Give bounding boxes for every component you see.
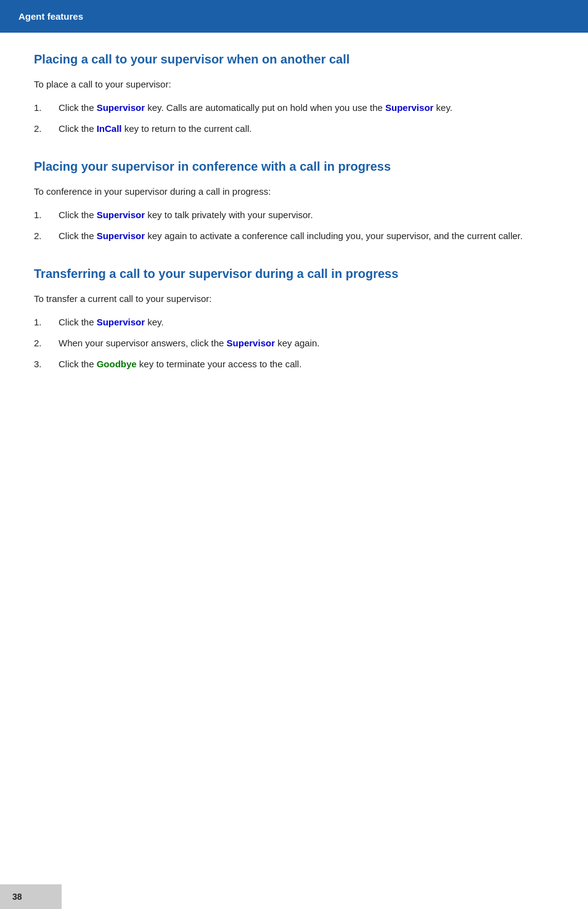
step-3-1: 1. Click the Supervisor key. bbox=[34, 315, 554, 330]
step-text: Click the Supervisor key to talk private… bbox=[59, 208, 554, 222]
step-num: 2. bbox=[34, 336, 59, 351]
step-text: Click the Supervisor key. Calls are auto… bbox=[59, 100, 554, 115]
highlight-supervisor: Supervisor bbox=[227, 338, 275, 348]
highlight-supervisor: Supervisor bbox=[97, 230, 145, 241]
step-3-3: 3. Click the Goodbye key to terminate yo… bbox=[34, 357, 554, 372]
step-text: Click the Supervisor key. bbox=[59, 315, 554, 330]
header-title: Agent features bbox=[18, 11, 83, 22]
highlight-supervisor: Supervisor bbox=[97, 317, 145, 327]
section2-steps: 1. Click the Supervisor key to talk priv… bbox=[34, 208, 554, 243]
highlight-goodbye: Goodbye bbox=[97, 359, 137, 369]
section2-intro: To conference in your supervisor during … bbox=[34, 184, 554, 199]
section1-title: Placing a call to your supervisor when o… bbox=[34, 51, 554, 67]
highlight-supervisor-2: Supervisor bbox=[385, 102, 433, 113]
step-num: 1. bbox=[34, 208, 59, 222]
step-3-2: 2. When your supervisor answers, click t… bbox=[34, 336, 554, 351]
step-num: 1. bbox=[34, 315, 59, 330]
step-num: 3. bbox=[34, 357, 59, 372]
page-number: 38 bbox=[12, 892, 22, 902]
section-transfer-supervisor: Transferring a call to your supervisor d… bbox=[34, 266, 554, 372]
step-1-1: 1. Click the Supervisor key. Calls are a… bbox=[34, 100, 554, 115]
section-placing-call-supervisor: Placing a call to your supervisor when o… bbox=[34, 51, 554, 136]
section2-title: Placing your supervisor in conference wi… bbox=[34, 158, 554, 174]
main-content: Placing a call to your supervisor when o… bbox=[0, 33, 588, 443]
step-num: 1. bbox=[34, 100, 59, 115]
step-text: Click the Supervisor key again to activa… bbox=[59, 229, 554, 243]
section3-title: Transferring a call to your supervisor d… bbox=[34, 266, 554, 282]
step-text: Click the InCall key to return to the cu… bbox=[59, 121, 554, 136]
page-number-bar: 38 bbox=[0, 884, 62, 909]
highlight-supervisor: Supervisor bbox=[97, 210, 145, 220]
step-text: When your supervisor answers, click the … bbox=[59, 336, 554, 351]
step-2-1: 1. Click the Supervisor key to talk priv… bbox=[34, 208, 554, 222]
highlight-supervisor: Supervisor bbox=[97, 102, 145, 113]
step-num: 2. bbox=[34, 229, 59, 243]
section-conference-supervisor: Placing your supervisor in conference wi… bbox=[34, 158, 554, 243]
section3-intro: To transfer a current call to your super… bbox=[34, 291, 554, 306]
section1-steps: 1. Click the Supervisor key. Calls are a… bbox=[34, 100, 554, 136]
step-2-2: 2. Click the Supervisor key again to act… bbox=[34, 229, 554, 243]
step-num: 2. bbox=[34, 121, 59, 136]
section3-steps: 1. Click the Supervisor key. 2. When you… bbox=[34, 315, 554, 372]
step-text: Click the Goodbye key to terminate your … bbox=[59, 357, 554, 372]
highlight-incall: InCall bbox=[97, 123, 122, 134]
header-bar: Agent features bbox=[0, 0, 588, 33]
step-1-2: 2. Click the InCall key to return to the… bbox=[34, 121, 554, 136]
section1-intro: To place a call to your supervisor: bbox=[34, 77, 554, 92]
